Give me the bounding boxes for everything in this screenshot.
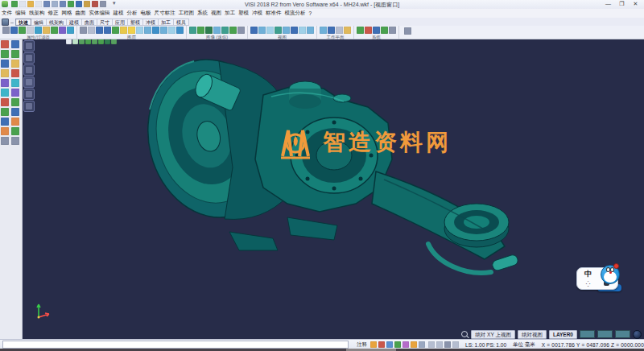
active-layer[interactable]: LAYER0 bbox=[549, 330, 577, 339]
menu-item[interactable]: 系统 bbox=[196, 10, 209, 17]
view-toggle-icon[interactable] bbox=[436, 341, 443, 348]
tool-icon[interactable] bbox=[11, 98, 19, 106]
tool-icon[interactable] bbox=[11, 127, 19, 135]
tool-icon[interactable] bbox=[96, 27, 103, 34]
tool-icon[interactable] bbox=[2, 27, 10, 34]
tool-icon[interactable] bbox=[11, 89, 19, 97]
ribbon-tab[interactable]: 线架构 bbox=[47, 19, 67, 26]
menu-item[interactable]: 编辑 bbox=[14, 10, 27, 17]
tool-icon[interactable] bbox=[221, 27, 229, 34]
viewport-tool-icon[interactable] bbox=[23, 64, 35, 76]
snap-icon[interactable] bbox=[378, 341, 385, 348]
ribbon-tab[interactable]: 曲面 bbox=[82, 19, 97, 26]
tool-icon[interactable] bbox=[229, 27, 237, 34]
ribbon-tab[interactable]: 冲模 bbox=[143, 19, 159, 26]
ribbon-tab[interactable]: 快速 bbox=[15, 19, 31, 26]
menu-item[interactable]: 实体编辑 bbox=[88, 10, 112, 17]
menu-item[interactable]: 塑模 bbox=[237, 10, 250, 17]
tool-icon[interactable] bbox=[373, 27, 380, 34]
tool-icon[interactable] bbox=[291, 27, 298, 34]
quick-access-icon[interactable] bbox=[100, 1, 106, 7]
view-toggle-icon[interactable] bbox=[428, 341, 435, 348]
menu-item[interactable]: 模流分析 bbox=[283, 10, 308, 17]
tool-icon[interactable] bbox=[35, 27, 42, 34]
tool-icon[interactable] bbox=[328, 27, 335, 34]
tool-icon[interactable] bbox=[11, 79, 19, 87]
viewport-tool-icon[interactable] bbox=[23, 76, 35, 88]
ribbon-tab[interactable]: 建模 bbox=[67, 19, 82, 26]
tool-icon[interactable] bbox=[104, 27, 111, 34]
tool-icon[interactable] bbox=[1, 98, 9, 106]
tool-icon[interactable] bbox=[283, 27, 290, 34]
ime-toolbar[interactable]: 中 ☾ ⁛ bbox=[576, 265, 626, 294]
tool-icon[interactable] bbox=[1, 108, 9, 116]
tool-icon[interactable] bbox=[152, 27, 159, 34]
viewport-tool-icon[interactable] bbox=[23, 40, 35, 52]
tool-icon[interactable] bbox=[389, 27, 396, 34]
ime-mode-indicator[interactable]: 中 bbox=[584, 270, 592, 278]
snap-icon[interactable] bbox=[402, 341, 409, 348]
tool-icon[interactable] bbox=[1, 79, 9, 87]
tool-icon[interactable] bbox=[237, 27, 245, 34]
ribbon-tab[interactable]: 编辑 bbox=[31, 19, 47, 26]
tool-icon[interactable] bbox=[1, 50, 9, 58]
snap-icon[interactable] bbox=[419, 341, 425, 348]
ribbon-tab[interactable]: 应用 bbox=[113, 19, 128, 26]
tool-icon[interactable] bbox=[11, 118, 19, 126]
command-input[interactable] bbox=[2, 341, 349, 349]
tool-icon[interactable] bbox=[365, 27, 372, 34]
quick-access-icon[interactable] bbox=[52, 1, 58, 7]
tool-icon[interactable] bbox=[59, 27, 66, 34]
color-swatch[interactable] bbox=[615, 330, 630, 338]
tool-icon[interactable] bbox=[299, 27, 306, 34]
snap-icon[interactable] bbox=[370, 341, 377, 348]
tool-icon[interactable] bbox=[51, 27, 58, 34]
view-toggle-icon[interactable] bbox=[444, 341, 451, 348]
tool-icon[interactable] bbox=[1, 60, 9, 68]
menu-item[interactable]: 网格 bbox=[60, 10, 74, 17]
quick-access-icon[interactable] bbox=[43, 1, 50, 7]
menu-item[interactable]: ? bbox=[308, 10, 314, 16]
menu-item[interactable]: 分析 bbox=[126, 10, 139, 17]
quick-access-icon[interactable] bbox=[92, 1, 98, 7]
tool-icon[interactable] bbox=[112, 27, 119, 34]
tool-icon[interactable] bbox=[266, 27, 274, 34]
tool-icon[interactable] bbox=[320, 27, 327, 34]
quick-access-icon[interactable] bbox=[35, 1, 42, 7]
quick-access-icon[interactable] bbox=[84, 1, 90, 7]
tool-icon[interactable] bbox=[1, 40, 9, 48]
menu-item[interactable]: 标准件 bbox=[264, 10, 283, 17]
menu-item[interactable]: 建模 bbox=[112, 10, 126, 17]
tool-icon[interactable] bbox=[250, 27, 258, 34]
tool-icon[interactable] bbox=[160, 27, 167, 34]
menu-item[interactable]: 电极 bbox=[139, 10, 153, 17]
tool-icon[interactable] bbox=[213, 27, 221, 34]
tool-icon[interactable] bbox=[258, 27, 266, 34]
ime-menu-icon[interactable]: ⁛ bbox=[586, 282, 591, 287]
tool-icon[interactable] bbox=[128, 27, 135, 34]
tool-icon[interactable] bbox=[344, 27, 351, 34]
menu-item[interactable]: 文件 bbox=[0, 10, 14, 17]
tool-icon[interactable] bbox=[136, 27, 143, 34]
menu-item[interactable]: 冲模 bbox=[250, 10, 264, 17]
tool-icon[interactable] bbox=[381, 27, 388, 34]
render-mode-icon[interactable] bbox=[633, 330, 642, 339]
tool-icon[interactable] bbox=[205, 27, 213, 34]
tool-icon[interactable] bbox=[120, 27, 127, 34]
tool-icon[interactable] bbox=[88, 27, 95, 34]
printer-icon[interactable] bbox=[404, 27, 411, 35]
tool-icon[interactable] bbox=[11, 40, 19, 48]
tool-icon[interactable] bbox=[336, 27, 343, 34]
menu-item[interactable]: 加工 bbox=[223, 10, 237, 17]
tool-icon[interactable] bbox=[11, 50, 19, 58]
tool-icon[interactable] bbox=[357, 27, 364, 34]
tool-icon[interactable] bbox=[10, 27, 18, 34]
menu-item[interactable]: 工程图 bbox=[177, 10, 196, 17]
close-button[interactable]: ✕ bbox=[629, 0, 642, 8]
tool-icon[interactable] bbox=[144, 27, 151, 34]
quick-access-icon[interactable] bbox=[60, 1, 66, 7]
quick-access-icon[interactable] bbox=[68, 1, 74, 7]
tool-icon[interactable] bbox=[176, 27, 184, 34]
menu-item[interactable]: 尺寸标注 bbox=[153, 10, 177, 17]
maximize-button[interactable]: ❐ bbox=[615, 0, 629, 8]
